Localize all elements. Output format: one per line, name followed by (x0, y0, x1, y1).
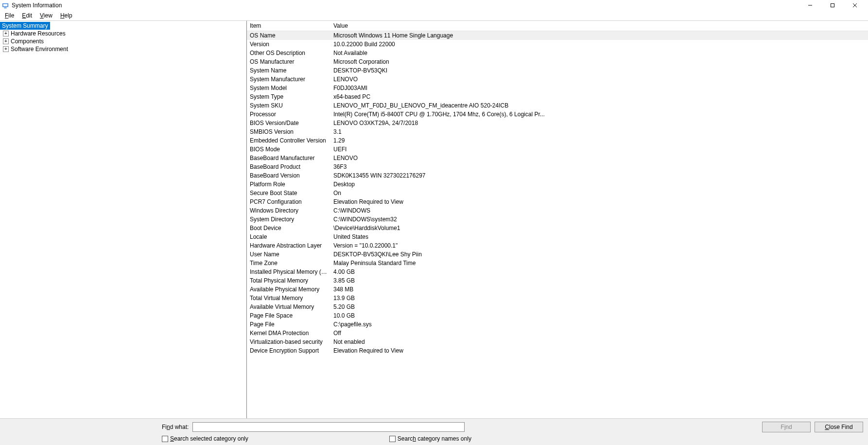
table-row[interactable]: Platform RoleDesktop (247, 180, 868, 189)
tree-item-software-environment[interactable]: + Software Environment (0, 45, 246, 53)
table-row[interactable]: Virtualization-based securityNot enabled (247, 338, 868, 346)
svg-rect-4 (831, 4, 834, 7)
table-row[interactable]: Total Physical Memory3.85 GB (247, 276, 868, 285)
cell-value: 36F3 (330, 162, 868, 171)
table-row[interactable]: System SKULENOVO_MT_F0DJ_BU_LENOVO_FM_id… (247, 101, 868, 110)
cell-value: C:\WINDOWS (330, 206, 868, 215)
expand-icon[interactable]: + (3, 46, 9, 52)
cell-value: C:\pagefile.sys (330, 320, 868, 329)
cell-value: Version = "10.0.22000.1" (330, 241, 868, 250)
find-label: Find what: (162, 424, 189, 430)
maximize-button[interactable] (821, 0, 844, 11)
table-row[interactable]: Available Virtual Memory5.20 GB (247, 303, 868, 311)
table-row[interactable]: System NameDESKTOP-BV53QKI (247, 66, 868, 75)
cell-item: Embedded Controller Version (247, 136, 330, 145)
cell-item: OS Name (247, 31, 330, 40)
menu-help[interactable]: Help (56, 11, 76, 20)
table-row[interactable]: Boot Device\Device\HarddiskVolume1 (247, 224, 868, 232)
menu-edit[interactable]: Edit (18, 11, 36, 20)
table-row[interactable]: LocaleUnited States (247, 232, 868, 241)
table-row[interactable]: Secure Boot StateOn (247, 189, 868, 197)
table-row[interactable]: BIOS ModeUEFI (247, 145, 868, 154)
table-row[interactable]: Hardware Abstraction LayerVersion = "10.… (247, 241, 868, 250)
app-icon (2, 2, 9, 9)
cell-value: LENOVO_MT_F0DJ_BU_LENOVO_FM_ideacentre A… (330, 101, 868, 110)
cell-value: United States (330, 232, 868, 241)
column-header-item[interactable]: Item (247, 21, 330, 31)
table-row[interactable]: User NameDESKTOP-BV53QKI\Lee Shy Piin (247, 250, 868, 259)
table-row[interactable]: System DirectoryC:\WINDOWS\system32 (247, 215, 868, 224)
table-row[interactable]: Installed Physical Memory (RAM)4.00 GB (247, 267, 868, 276)
expand-icon[interactable]: + (3, 38, 9, 44)
table-row[interactable]: System ManufacturerLENOVO (247, 75, 868, 84)
table-row[interactable]: Windows DirectoryC:\WINDOWS (247, 206, 868, 215)
table-row[interactable]: OS NameMicrosoft Windows 11 Home Single … (247, 31, 868, 40)
table-row[interactable]: Embedded Controller Version1.29 (247, 136, 868, 145)
menu-file[interactable]: File (1, 11, 18, 20)
cell-item: System Type (247, 92, 330, 101)
cell-item: Other OS Description (247, 49, 330, 57)
cell-value: Off (330, 329, 868, 338)
menu-view[interactable]: View (36, 11, 56, 20)
table-row[interactable]: SMBIOS Version3.1 (247, 127, 868, 136)
cell-item: Platform Role (247, 180, 330, 189)
cell-item: Page File (247, 320, 330, 329)
column-header-value[interactable]: Value (330, 21, 868, 31)
cell-value: x64-based PC (330, 92, 868, 101)
cell-value: DESKTOP-BV53QKI\Lee Shy Piin (330, 250, 868, 259)
table-row[interactable]: BIOS Version/DateLENOVO O3XKT29A, 24/7/2… (247, 119, 868, 127)
tree-item-hardware-resources[interactable]: + Hardware Resources (0, 30, 246, 37)
table-row[interactable]: System ModelF0DJ003AMI (247, 84, 868, 92)
table-row[interactable]: Version10.0.22000 Build 22000 (247, 40, 868, 49)
cell-item: Device Encryption Support (247, 346, 330, 355)
cell-item: Available Physical Memory (247, 285, 330, 294)
cell-value: Not Available (330, 49, 868, 57)
cell-item: SMBIOS Version (247, 127, 330, 136)
tree-pane: System Summary + Hardware Resources + Co… (0, 21, 247, 418)
table-row[interactable]: ProcessorIntel(R) Core(TM) i5-8400T CPU … (247, 110, 868, 119)
cell-item: Secure Boot State (247, 189, 330, 197)
table-row[interactable]: BaseBoard Product36F3 (247, 162, 868, 171)
checkbox-label: Search selected category only (170, 435, 248, 442)
table-row[interactable]: BaseBoard ManufacturerLENOVO (247, 154, 868, 162)
menubar: File Edit View Help (0, 11, 868, 21)
tree-item-components[interactable]: + Components (0, 37, 246, 45)
table-row[interactable]: System Typex64-based PC (247, 92, 868, 101)
table-row[interactable]: Total Virtual Memory13.9 GB (247, 294, 868, 303)
checkbox-search-selected[interactable]: Search selected category only (162, 435, 248, 442)
cell-item: Page File Space (247, 311, 330, 320)
cell-value: C:\WINDOWS\system32 (330, 215, 868, 224)
table-row[interactable]: Kernel DMA ProtectionOff (247, 329, 868, 338)
table-row[interactable]: Other OS DescriptionNot Available (247, 49, 868, 57)
minimize-button[interactable] (799, 0, 821, 11)
close-button[interactable] (844, 0, 866, 11)
find-button[interactable]: Find (762, 422, 811, 432)
cell-item: User Name (247, 250, 330, 259)
table-row[interactable]: PCR7 ConfigurationElevation Required to … (247, 197, 868, 206)
tree-root-system-summary[interactable]: System Summary (0, 22, 50, 30)
cell-value: 13.9 GB (330, 294, 868, 303)
table-row[interactable]: Time ZoneMalay Peninsula Standard Time (247, 259, 868, 267)
tree-item-label: Software Environment (11, 46, 68, 53)
table-row[interactable]: Device Encryption SupportElevation Requi… (247, 346, 868, 355)
table-row[interactable]: Available Physical Memory348 MB (247, 285, 868, 294)
checkbox-label: Search category names only (398, 435, 471, 442)
cell-item: BaseBoard Manufacturer (247, 154, 330, 162)
cell-value: Elevation Required to View (330, 346, 868, 355)
expand-icon[interactable]: + (3, 31, 9, 36)
checkbox-search-names[interactable]: Search category names only (389, 435, 471, 442)
details-pane: Item Value OS NameMicrosoft Windows 11 H… (247, 21, 868, 418)
table-row[interactable]: Page File Space10.0 GB (247, 311, 868, 320)
table-row[interactable]: BaseBoard VersionSDK0K13455 WIN 32730221… (247, 171, 868, 180)
cell-value: 4.00 GB (330, 267, 868, 276)
cell-item: OS Manufacturer (247, 57, 330, 66)
cell-value: 3.85 GB (330, 276, 868, 285)
find-input[interactable] (192, 422, 465, 432)
close-find-button[interactable]: Close Find (815, 422, 863, 432)
table-row[interactable]: Page FileC:\pagefile.sys (247, 320, 868, 329)
cell-value: F0DJ003AMI (330, 84, 868, 92)
svg-rect-2 (4, 7, 6, 8)
window-title: System Information (12, 2, 62, 9)
cell-value: On (330, 189, 868, 197)
table-row[interactable]: OS ManufacturerMicrosoft Corporation (247, 57, 868, 66)
